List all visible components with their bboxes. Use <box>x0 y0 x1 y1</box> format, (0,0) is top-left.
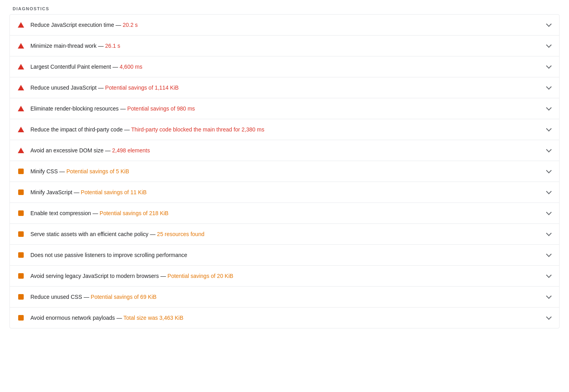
audit-row[interactable]: Reduce the impact of third-party code — … <box>10 119 559 140</box>
expand-chevron-icon[interactable] <box>545 84 553 92</box>
audit-separator: — <box>159 273 168 279</box>
expand-chevron-icon[interactable] <box>545 126 553 133</box>
audit-row[interactable]: Serve static assets with an efficient ca… <box>10 224 559 245</box>
audit-title: Avoid an excessive DOM size <box>30 147 104 154</box>
audit-separator: — <box>58 168 66 174</box>
expand-chevron-icon[interactable] <box>545 146 553 154</box>
warning-triangle-icon <box>18 85 24 90</box>
audit-separator: — <box>115 315 124 321</box>
audit-row[interactable]: Does not use passive listeners to improv… <box>10 245 559 266</box>
section-label: DIAGNOSTICS <box>9 6 560 11</box>
expand-chevron-icon[interactable] <box>545 42 553 50</box>
audit-separator: — <box>114 22 123 28</box>
audit-detail: Potential savings of 5 KiB <box>66 168 129 174</box>
warning-triangle-icon <box>18 22 24 28</box>
audit-text: Minimize main-thread work — 26.1 s <box>30 42 542 50</box>
warning-square-icon <box>18 231 24 237</box>
warning-square-icon <box>18 189 24 195</box>
expand-chevron-icon[interactable] <box>545 105 553 113</box>
audit-separator: — <box>91 210 100 216</box>
audit-detail: 25 resources found <box>157 231 204 237</box>
audit-row[interactable]: Eliminate render-blocking resources — Po… <box>10 98 559 119</box>
audit-row[interactable]: Minify CSS — Potential savings of 5 KiB <box>10 161 559 182</box>
audit-detail: 4,600 ms <box>120 64 143 70</box>
expand-chevron-icon[interactable] <box>545 293 553 301</box>
audit-title: Largest Contentful Paint element <box>30 64 111 70</box>
warning-square-icon <box>18 252 24 258</box>
audit-row[interactable]: Reduce JavaScript execution time — 20.2 … <box>10 15 559 36</box>
audit-detail: Third-party code blocked the main thread… <box>131 126 264 133</box>
warning-triangle-icon <box>18 64 24 69</box>
audit-detail: Potential savings of 11 KiB <box>81 189 147 195</box>
audit-title: Does not use passive listeners to improv… <box>30 252 187 258</box>
audit-text: Reduce unused CSS — Potential savings of… <box>30 293 542 301</box>
audit-title: Minimize main-thread work <box>30 43 96 49</box>
audit-row[interactable]: Reduce unused CSS — Potential savings of… <box>10 287 559 308</box>
expand-chevron-icon[interactable] <box>545 251 553 259</box>
audit-separator: — <box>96 43 105 49</box>
audit-title: Avoid enormous network payloads <box>30 315 115 321</box>
audit-row[interactable]: Minify JavaScript — Potential savings of… <box>10 182 559 203</box>
audit-detail: Potential savings of 1,114 KiB <box>105 84 179 91</box>
audit-title: Minify CSS <box>30 168 58 174</box>
audit-text: Minify JavaScript — Potential savings of… <box>30 188 542 197</box>
audit-detail: 2,498 elements <box>112 147 150 154</box>
expand-chevron-icon[interactable] <box>545 188 553 196</box>
audit-detail: Potential savings of 69 KiB <box>91 294 157 300</box>
audit-separator: — <box>149 231 157 237</box>
audit-text: Largest Contentful Paint element — 4,600… <box>30 63 542 71</box>
audit-row[interactable]: Reduce unused JavaScript — Potential sav… <box>10 77 559 98</box>
audit-row[interactable]: Largest Contentful Paint element — 4,600… <box>10 56 559 77</box>
audit-row[interactable]: Avoid serving legacy JavaScript to moder… <box>10 266 559 287</box>
audit-title: Reduce the impact of third-party code <box>30 126 122 133</box>
audit-text: Enable text compression — Potential savi… <box>30 209 542 218</box>
audit-text: Eliminate render-blocking resources — Po… <box>30 105 542 113</box>
audit-detail: Total size was 3,463 KiB <box>123 315 183 321</box>
expand-chevron-icon[interactable] <box>545 63 553 71</box>
audit-title: Reduce unused JavaScript <box>30 84 96 91</box>
audit-separator: — <box>122 126 131 133</box>
expand-chevron-icon[interactable] <box>545 314 553 322</box>
audit-title: Serve static assets with an efficient ca… <box>30 231 149 237</box>
audit-text: Avoid serving legacy JavaScript to moder… <box>30 272 542 280</box>
audit-separator: — <box>111 64 120 70</box>
audit-row[interactable]: Minimize main-thread work — 26.1 s <box>10 36 559 56</box>
audit-separator: — <box>82 294 91 300</box>
expand-chevron-icon[interactable] <box>545 21 553 29</box>
audit-detail: Potential savings of 20 KiB <box>168 273 234 279</box>
audit-text: Does not use passive listeners to improv… <box>30 251 542 259</box>
audit-row[interactable]: Avoid an excessive DOM size — 2,498 elem… <box>10 140 559 161</box>
audit-title: Minify JavaScript <box>30 189 72 195</box>
audit-row[interactable]: Avoid enormous network payloads — Total … <box>10 308 559 328</box>
expand-chevron-icon[interactable] <box>545 272 553 280</box>
warning-square-icon <box>18 210 24 216</box>
expand-chevron-icon[interactable] <box>545 167 553 175</box>
audit-list: Reduce JavaScript execution time — 20.2 … <box>9 14 560 328</box>
audit-text: Avoid an excessive DOM size — 2,498 elem… <box>30 146 542 155</box>
audit-separator: — <box>96 84 105 91</box>
audit-detail: Potential savings of 218 KiB <box>100 210 168 216</box>
warning-square-icon <box>18 169 24 174</box>
audit-text: Avoid enormous network payloads — Total … <box>30 314 542 322</box>
audit-title: Eliminate render-blocking resources <box>30 105 119 112</box>
audit-title: Reduce unused CSS <box>30 294 82 300</box>
audit-title: Reduce JavaScript execution time <box>30 22 114 28</box>
audit-detail: 26.1 s <box>105 43 120 49</box>
warning-triangle-icon <box>18 106 24 111</box>
audit-text: Reduce the impact of third-party code — … <box>30 126 542 134</box>
audit-title: Avoid serving legacy JavaScript to moder… <box>30 273 159 279</box>
warning-square-icon <box>18 273 24 279</box>
audit-detail: 20.2 s <box>122 22 138 28</box>
expand-chevron-icon[interactable] <box>545 209 553 217</box>
audit-text: Serve static assets with an efficient ca… <box>30 230 542 238</box>
audit-text: Reduce unused JavaScript — Potential sav… <box>30 84 542 92</box>
audit-detail: Potential savings of 980 ms <box>127 105 195 112</box>
expand-chevron-icon[interactable] <box>545 230 553 238</box>
audit-text: Reduce JavaScript execution time — 20.2 … <box>30 21 542 29</box>
warning-triangle-icon <box>18 43 24 49</box>
audit-title: Enable text compression <box>30 210 91 216</box>
audit-row[interactable]: Enable text compression — Potential savi… <box>10 203 559 224</box>
warning-square-icon <box>18 294 24 300</box>
audit-separator: — <box>104 147 112 154</box>
audit-separator: — <box>72 189 81 195</box>
